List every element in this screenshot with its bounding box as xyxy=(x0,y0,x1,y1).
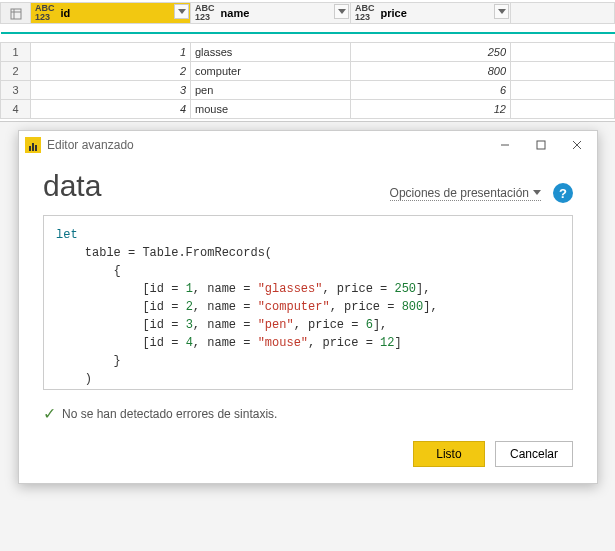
column-header-price[interactable]: ABC123 price xyxy=(351,3,511,24)
minimize-button[interactable] xyxy=(487,132,523,158)
row-number[interactable]: 3 xyxy=(1,81,31,100)
maximize-button[interactable] xyxy=(523,132,559,158)
dialog-body: data Opciones de presentación ? let tabl… xyxy=(19,159,597,483)
powerbi-icon xyxy=(25,137,41,153)
cell-name[interactable]: computer xyxy=(191,62,351,81)
column-header-empty xyxy=(511,3,615,24)
cell-price[interactable]: 800 xyxy=(351,62,511,81)
table-row[interactable]: 3 3 pen 6 xyxy=(1,81,615,100)
table-corner-icon[interactable] xyxy=(1,3,31,24)
table-row[interactable]: 2 2 computer 800 xyxy=(1,62,615,81)
chevron-down-icon xyxy=(178,9,186,14)
status-text: No se han detectado errores de sintaxis. xyxy=(62,407,277,421)
cancel-button[interactable]: Cancelar xyxy=(495,441,573,467)
cell-id[interactable]: 2 xyxy=(31,62,191,81)
type-any-icon: ABC123 xyxy=(35,4,55,22)
chevron-down-icon xyxy=(533,190,541,195)
chevron-down-icon xyxy=(498,9,506,14)
data-grid: ABC123 id ABC123 name ABC123 price xyxy=(0,0,615,122)
table-row[interactable]: 1 1 glasses 250 xyxy=(1,43,615,62)
cell-name[interactable]: mouse xyxy=(191,100,351,119)
cell-empty xyxy=(511,100,615,119)
row-number[interactable]: 4 xyxy=(1,100,31,119)
column-name: name xyxy=(221,7,250,19)
help-icon[interactable]: ? xyxy=(553,183,573,203)
column-header-id[interactable]: ABC123 id xyxy=(31,3,191,24)
close-button[interactable] xyxy=(559,132,595,158)
column-filter-button[interactable] xyxy=(174,4,189,19)
svg-rect-4 xyxy=(537,141,545,149)
code-editor[interactable]: let table = Table.FromRecords( { [id = 1… xyxy=(43,215,573,390)
query-name-heading: data xyxy=(43,169,101,203)
display-options-label: Opciones de presentación xyxy=(390,186,529,200)
advanced-editor-dialog: Editor avanzado data Opciones de present… xyxy=(18,130,598,484)
dialog-titlebar[interactable]: Editor avanzado xyxy=(19,131,597,159)
data-table: ABC123 id ABC123 name ABC123 price xyxy=(0,2,615,119)
cell-price[interactable]: 250 xyxy=(351,43,511,62)
check-icon: ✓ xyxy=(43,404,56,423)
chevron-down-icon xyxy=(338,9,346,14)
cell-id[interactable]: 3 xyxy=(31,81,191,100)
column-header-name[interactable]: ABC123 name xyxy=(191,3,351,24)
column-name: price xyxy=(381,7,407,19)
column-filter-button[interactable] xyxy=(334,4,349,19)
type-any-icon: ABC123 xyxy=(355,4,375,22)
cell-id[interactable]: 4 xyxy=(31,100,191,119)
row-number[interactable]: 1 xyxy=(1,43,31,62)
dialog-title: Editor avanzado xyxy=(47,138,487,152)
column-filter-button[interactable] xyxy=(494,4,509,19)
svg-rect-0 xyxy=(11,9,21,19)
cell-id[interactable]: 1 xyxy=(31,43,191,62)
cell-name[interactable]: glasses xyxy=(191,43,351,62)
column-name: id xyxy=(61,7,71,19)
cell-price[interactable]: 12 xyxy=(351,100,511,119)
table-row[interactable]: 4 4 mouse 12 xyxy=(1,100,615,119)
done-button[interactable]: Listo xyxy=(413,441,485,467)
selection-accent xyxy=(1,32,615,34)
type-any-icon: ABC123 xyxy=(195,4,215,22)
cell-empty xyxy=(511,43,615,62)
row-number[interactable]: 2 xyxy=(1,62,31,81)
cell-empty xyxy=(511,62,615,81)
display-options-dropdown[interactable]: Opciones de presentación xyxy=(390,186,541,201)
cell-name[interactable]: pen xyxy=(191,81,351,100)
cell-empty xyxy=(511,81,615,100)
syntax-status: ✓ No se han detectado errores de sintaxi… xyxy=(43,404,573,423)
cell-price[interactable]: 6 xyxy=(351,81,511,100)
